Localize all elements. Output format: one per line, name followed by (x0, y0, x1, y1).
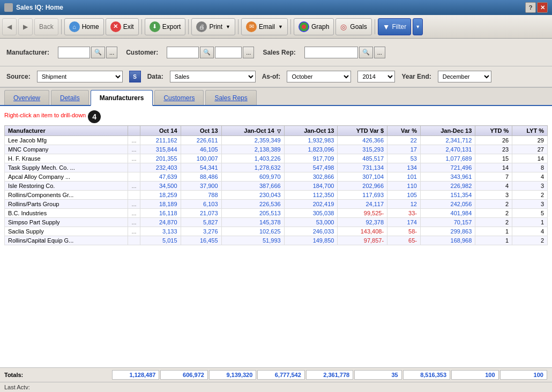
table-row[interactable]: Apcal Alloy Company ... 47,639 88,486 60… (5, 172, 548, 182)
source-s-button[interactable]: S (129, 71, 141, 82)
customer-search-button[interactable]: 🔍 (200, 47, 214, 58)
customer-code-input[interactable] (215, 47, 242, 58)
cell-jan-oct13: 112,350 (284, 191, 338, 200)
asof-select[interactable]: October (287, 71, 351, 82)
filter-dropdown-button[interactable]: ▼ (413, 18, 423, 35)
col-ytd-pct[interactable]: YTD % (475, 126, 512, 136)
table-row[interactable]: Isle Restoring Co. ... 34,500 37,900 387… (5, 182, 548, 191)
cell-ellipsis (128, 191, 140, 200)
export-button[interactable]: ⬇ Export (145, 18, 186, 35)
table-row[interactable]: B.C. Industries ... 16,118 21,073 205,51… (5, 209, 548, 218)
cell-oct13: 21,073 (181, 209, 221, 218)
table-row[interactable]: Saclia Supply ... 3,133 3,276 102,625 24… (5, 227, 548, 236)
table-row[interactable]: Rollins/Components Gr... 18,259 788 230,… (5, 191, 548, 200)
print-dropdown-icon[interactable]: ▼ (226, 24, 230, 29)
exit-icon: ✕ (110, 21, 121, 32)
manufacturer-input[interactable] (58, 47, 90, 58)
col-jan-oct14[interactable]: Jan-Oct 14 ▽ (221, 126, 284, 136)
col-spacer (128, 126, 140, 136)
back-forward-button[interactable]: ◀ (2, 18, 17, 35)
cell-lyt-pct: 4 (512, 227, 548, 236)
email-dropdown-icon[interactable]: ▼ (278, 24, 283, 29)
source-select[interactable]: Shipment (37, 71, 123, 82)
filter-button[interactable]: ▼ Filter (378, 18, 412, 35)
cell-lyt-pct: 2 (512, 191, 548, 200)
cell-ytd-var: 731,134 (338, 163, 387, 172)
cell-jan-oct14: 102,625 (221, 227, 284, 236)
cell-jan-dec13: 343,961 (420, 172, 475, 182)
table-row[interactable]: Lee Jacob Mfg ... 211,162 226,611 2,359,… (5, 136, 548, 145)
cell-oct14: 47,639 (140, 172, 181, 182)
year-select[interactable]: 2014 (357, 71, 395, 82)
totals-ytd-var: 2,361,778 (306, 370, 353, 380)
cell-jan-dec13: 226,982 (420, 182, 475, 191)
cell-var-pct: 110 (387, 182, 421, 191)
filter-icon: ▼ (383, 22, 390, 31)
print-button[interactable]: 🖨 Print ▼ (191, 18, 235, 35)
cell-jan-oct13: 305,038 (284, 209, 338, 218)
tab-customers[interactable]: Customers (154, 90, 204, 105)
cell-ytd-pct: 23 (475, 145, 512, 154)
manufacturer-search-button[interactable]: 🔍 (91, 47, 105, 58)
table-row[interactable]: H. F. Krause ... 201,355 100,007 1,403,2… (5, 154, 548, 163)
customer-input[interactable] (167, 47, 199, 58)
cell-jan-oct14: 387,666 (221, 182, 284, 191)
cell-jan-dec13: 299,863 (420, 227, 475, 236)
cell-jan-oct13: 53,000 (284, 218, 338, 227)
back-button[interactable]: Back (34, 18, 58, 35)
goals-button[interactable]: ◎ Goals (335, 18, 371, 35)
table-row[interactable]: Simpso Part Supply ... 24,870 5,827 145,… (5, 218, 548, 227)
exit-button[interactable]: ✕ Exit (106, 18, 139, 35)
cell-jan-dec13: 401,984 (420, 209, 475, 218)
cell-oct14: 3,133 (140, 227, 181, 236)
forward-icon: ▶ (23, 23, 28, 31)
cell-lyt-pct: 3 (512, 182, 548, 191)
graph-button[interactable]: Graph (294, 18, 334, 35)
sales-rep-search-button[interactable]: 🔍 (359, 47, 373, 58)
tab-manufacturers[interactable]: Manufacturers (91, 90, 153, 106)
tab-details[interactable]: Details (51, 90, 89, 105)
close-button[interactable]: ✕ (537, 2, 548, 13)
help-button[interactable]: ? (525, 2, 536, 13)
table-row[interactable]: Task Supply Mech. Co. ... 232,403 54,341… (5, 163, 548, 172)
cell-ellipsis (128, 163, 140, 172)
manufacturer-input-group: 🔍 ... (58, 47, 117, 58)
col-oct14[interactable]: Oct 14 (140, 126, 181, 136)
col-ytd-var[interactable]: YTD Var $ (338, 126, 387, 136)
cell-lyt-pct: 2 (512, 236, 548, 245)
cell-ytd-pct: 3 (475, 191, 512, 200)
col-jan-dec13[interactable]: Jan-Dec 13 (420, 126, 475, 136)
email-button[interactable]: ✉ Email ▼ (241, 18, 288, 35)
home-button[interactable]: ⌂ Home (64, 18, 104, 35)
cell-ytd-pct: 7 (475, 172, 512, 182)
forward-button[interactable]: ▶ (18, 18, 33, 35)
cell-name: Lee Jacob Mfg (5, 136, 128, 145)
col-oct13[interactable]: Oct 13 (181, 126, 221, 136)
table-row[interactable]: Rollins/Parts Group ... 18,189 6,103 226… (5, 200, 548, 209)
col-var-pct[interactable]: Var % (387, 126, 421, 136)
status-bar: Last Actv: (0, 382, 552, 392)
col-lyt-pct[interactable]: LYT % (512, 126, 548, 136)
manufacturer-more-button[interactable]: ... (106, 47, 117, 58)
cell-oct13: 788 (181, 191, 221, 200)
col-jan-oct13[interactable]: Jan-Oct 13 (284, 126, 338, 136)
data-label: Data: (147, 73, 163, 80)
customer-input-group: 🔍 ... (167, 47, 254, 58)
tab-sales-reps[interactable]: Sales Reps (205, 90, 256, 105)
customer-more-button[interactable]: ... (243, 47, 254, 58)
tab-overview[interactable]: Overview (4, 90, 49, 105)
back-icon: ◀ (7, 23, 12, 31)
data-select[interactable]: Sales (170, 71, 256, 82)
table-row[interactable]: Rollins/Capital Equip G... 5,015 16,455 … (5, 236, 548, 245)
col-manufacturer[interactable]: Manufacturer (5, 126, 128, 136)
cell-jan-oct13: 246,033 (284, 227, 338, 236)
source-label: Source: (6, 73, 31, 80)
sales-rep-input[interactable] (304, 47, 358, 58)
cell-jan-oct14: 1,278,632 (221, 163, 284, 172)
sales-rep-more-button[interactable]: ... (374, 47, 385, 58)
table-header-row: Manufacturer Oct 14 Oct 13 Jan-Oct 14 ▽ … (5, 126, 548, 136)
cell-name: Rollins/Capital Equip G... (5, 236, 128, 245)
table-row[interactable]: MNC Company ... 315,844 46,105 2,138,389… (5, 145, 548, 154)
cell-jan-oct14: 230,043 (221, 191, 284, 200)
yearend-select[interactable]: December (438, 71, 491, 82)
